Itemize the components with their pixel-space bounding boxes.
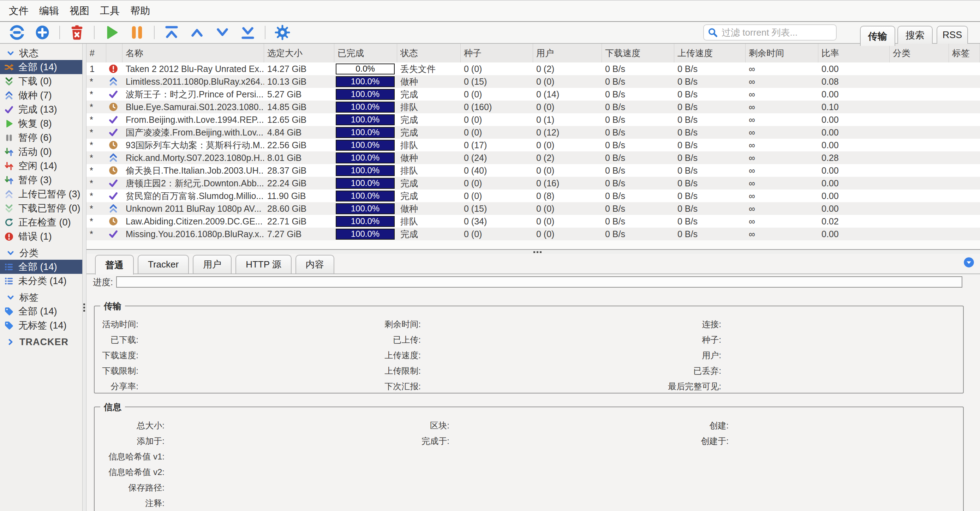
toolbar-pause-button[interactable] xyxy=(129,24,145,41)
column-header-6[interactable]: 种子 xyxy=(461,44,533,62)
table-row[interactable]: *93国际列车大劫案：莫斯科行动.M...22.56 GiB100.0%排队0 … xyxy=(86,139,980,151)
table-row[interactable]: *唐顿庄园2：新纪元.Downton.Abb...22.24 GiB100.0%… xyxy=(86,177,980,189)
sidebar-section-header-2[interactable]: 标签 xyxy=(0,291,82,304)
sidebar-item-0-11[interactable]: 正在检查 (0) xyxy=(0,215,82,229)
sidebar-item-label: 无标签 (14) xyxy=(18,319,67,332)
table-row[interactable]: *贫民窟的百万富翁.Slumdog.Millio...11.90 GiB100.… xyxy=(86,189,980,202)
sidebar-item-2-1[interactable]: 无标签 (14) xyxy=(0,318,82,332)
table-row[interactable]: *Law.Abiding.Citizen.2009.DC.GE...22.71 … xyxy=(86,215,980,228)
sidebar-item-0-6[interactable]: 活动 (0) xyxy=(0,145,82,159)
details-tab-2[interactable]: 用户 xyxy=(193,255,232,273)
column-header-0[interactable]: # xyxy=(86,44,106,62)
toolbar-move-down-button[interactable] xyxy=(214,24,231,41)
sidebar-section-label: 状态 xyxy=(19,47,38,60)
sidebar-item-0-0[interactable]: 全部 (14) xyxy=(0,60,82,74)
column-header-10[interactable]: 剩余时间 xyxy=(746,44,818,62)
table-row[interactable]: 1Taken 2 2012 Blu-Ray Unrated Ex...14.27… xyxy=(86,62,980,75)
sidebar-item-label: 全部 (14) xyxy=(18,305,57,317)
sidebar-section-header-1[interactable]: 分类 xyxy=(0,246,82,260)
column-header-3[interactable]: 选定大小 xyxy=(264,44,334,62)
table-row[interactable]: *From.Beijing.with.Love.1994.REP...12.65… xyxy=(86,113,980,126)
sidebar-item-0-9[interactable]: 上传已暂停 (3) xyxy=(0,187,82,201)
torrent-filter-input[interactable] xyxy=(721,27,832,38)
sidebar-item-1-1[interactable]: 未分类 (14) xyxy=(0,274,82,288)
column-header-4[interactable]: 已完成 xyxy=(334,44,397,62)
column-header-13[interactable]: 标签 xyxy=(949,44,980,62)
details-tab-3[interactable]: HTTP 源 xyxy=(235,255,291,273)
menu-item-0[interactable]: 文件 xyxy=(3,4,34,17)
sidebar-item-0-12[interactable]: 错误 (1) xyxy=(0,229,82,243)
field-label-info_group-0-4: 保存路径: xyxy=(95,482,164,493)
sidebar-item-0-5[interactable]: 暂停 (6) xyxy=(0,130,82,145)
sidebar-item-0-4[interactable]: 恢复 (8) xyxy=(0,116,82,130)
cell-status: 完成 xyxy=(397,178,461,189)
column-header-8[interactable]: 下载速度 xyxy=(602,44,674,62)
column-header-2[interactable]: 名称 xyxy=(123,44,264,62)
column-header-1[interactable] xyxy=(106,44,123,62)
table-row[interactable]: *国产凌凌漆.From.Beijing.with.Lov...4.84 GiB1… xyxy=(86,126,980,139)
progress-cell: 0.0% xyxy=(334,63,397,75)
column-header-5[interactable]: 状态 xyxy=(397,44,461,62)
menu-item-1[interactable]: 编辑 xyxy=(34,4,64,17)
collapse-panel-button[interactable] xyxy=(963,257,974,268)
row-progress-bar: 100.0% xyxy=(336,190,395,202)
toolbar-move-bottom-button[interactable] xyxy=(240,24,256,41)
toolbar-add-torrent-file-button[interactable] xyxy=(34,24,51,41)
toolbar-move-top-button[interactable] xyxy=(164,24,180,41)
column-header-9[interactable]: 上传速度 xyxy=(674,44,746,62)
details-tab-4[interactable]: 内容 xyxy=(296,255,334,273)
sidebar-item-2-0[interactable]: 全部 (14) xyxy=(0,304,82,318)
sidebar-tracker-header[interactable]: TRACKER xyxy=(0,335,82,349)
view-tab-2[interactable]: RSS xyxy=(937,26,968,44)
cell-ratio: 0.00 xyxy=(818,204,889,214)
pause-icon xyxy=(129,24,145,41)
sidebar-section-header-0[interactable]: 状态 xyxy=(0,47,82,60)
sidebar-item-0-3[interactable]: 完成 (13) xyxy=(0,102,82,116)
cell-ul_speed: 0 B/s xyxy=(674,140,746,150)
column-header-11[interactable]: 比率 xyxy=(818,44,889,62)
table-row[interactable]: *Blue.Eye.Samurai.S01.2023.1080...14.85 … xyxy=(86,101,980,113)
info-groupbox: 信息 总大小:添加于:信息哈希值 v1:信息哈希值 v2:保存路径:注释:区块:… xyxy=(94,406,964,511)
table-row[interactable]: *Rick.and.Morty.S07.2023.1080p.H...8.01 … xyxy=(86,151,980,164)
toolbar-delete-torrent-button[interactable] xyxy=(69,24,85,41)
toolbar-options-button[interactable] xyxy=(274,24,291,41)
view-tab-0[interactable]: 传输 xyxy=(860,26,895,46)
table-row[interactable]: *Limitless.2011.1080p.BluRay.x264...10.1… xyxy=(86,75,980,88)
toolbar-move-up-button[interactable] xyxy=(189,24,205,41)
details-tab-0[interactable]: 普通 xyxy=(95,255,134,275)
toolbar-resume-button[interactable] xyxy=(103,24,120,41)
column-header-7[interactable]: 用户 xyxy=(533,44,602,62)
menu-item-3[interactable]: 工具 xyxy=(95,4,125,17)
toolbar-add-torrent-link-button[interactable] xyxy=(9,24,25,41)
menu-item-4[interactable]: 帮助 xyxy=(125,4,155,17)
row-progress-text: 100.0% xyxy=(351,127,380,137)
details-tab-1[interactable]: Tracker xyxy=(138,255,189,273)
cell-num: * xyxy=(86,191,106,201)
table-row[interactable]: *偷天换日.The.Italian.Job.2003.UH...28.37 Gi… xyxy=(86,164,980,177)
sidebar-item-0-2[interactable]: 做种 (7) xyxy=(0,88,82,102)
table-row[interactable]: *波斯王子：时之刃.Prince of Persi...5.27 GiB100.… xyxy=(86,88,980,101)
sidebar-section-label: 分类 xyxy=(19,247,38,259)
column-header-12[interactable]: 分类 xyxy=(889,44,949,62)
sidebar-item-0-8[interactable]: 暂停 (3) xyxy=(0,173,82,187)
field-label-transfer_group-1-1: 已上传: xyxy=(280,335,421,345)
sidebar-splitter[interactable] xyxy=(82,44,86,511)
sidebar-item-0-10[interactable]: 下载已暂停 (0) xyxy=(0,201,82,215)
cell-status: 做种 xyxy=(397,152,461,164)
view-tab-1[interactable]: 搜索 xyxy=(897,26,933,44)
arrows-green-blue-icon xyxy=(4,147,14,157)
table-row[interactable]: *Missing.You.2016.1080p.BluRay.x...7.27 … xyxy=(86,228,980,240)
resume-icon xyxy=(103,24,120,41)
sidebar-item-0-1[interactable]: 下载 (0) xyxy=(0,74,82,88)
torrent-table-body: 1Taken 2 2012 Blu-Ray Unrated Ex...14.27… xyxy=(86,62,980,240)
sidebar-item-0-7[interactable]: 空闲 (14) xyxy=(0,159,82,173)
sidebar-item-1-0[interactable]: 全部 (14) xyxy=(0,260,82,274)
row-progress-text: 100.0% xyxy=(351,229,380,239)
cell-ratio: 0.00 xyxy=(818,89,889,100)
table-row[interactable]: *Unknown 2011 BluRay 1080p AV...28.60 Gi… xyxy=(86,202,980,215)
cell-num: * xyxy=(86,165,106,176)
move-down-icon xyxy=(214,24,231,41)
error-red-icon xyxy=(4,232,14,241)
torrent-table-header: #名称选定大小已完成状态种子用户下载速度上传速度剩余时间比率分类标签 xyxy=(86,44,980,63)
menu-item-2[interactable]: 视图 xyxy=(64,4,95,17)
